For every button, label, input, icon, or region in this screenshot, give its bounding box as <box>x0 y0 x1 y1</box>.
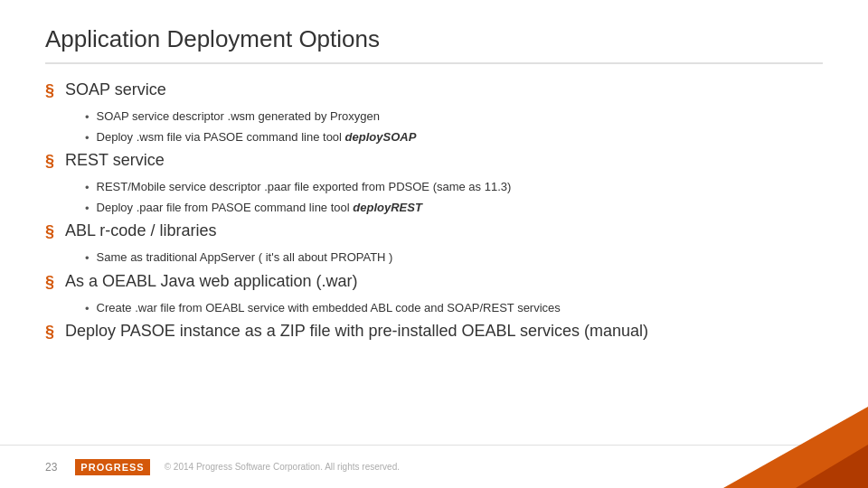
soap-sub-text-2: Deploy .wsm file via PASOE command line … <box>97 128 417 146</box>
rest-sub-bullet-2: • <box>85 202 90 215</box>
abl-sub-1: • Same as traditional AppServer ( it's a… <box>85 249 823 267</box>
section-abl: § ABL r-code / libraries <box>45 221 823 241</box>
section-deploy: § Deploy PASOE instance as a ZIP file wi… <box>45 322 823 342</box>
rest-sub-1: • REST/Mobile service descriptor .paar f… <box>85 178 823 196</box>
triangle-decoration-small <box>796 445 868 488</box>
soap-sub-bullet-1: • <box>85 110 90 124</box>
soap-sub-bullet-2: • <box>85 131 90 145</box>
rest-sub-bullet-1: • <box>85 181 90 194</box>
abl-sub-text-1: Same as traditional AppServer ( it's all… <box>97 249 393 267</box>
section-rest: § REST service <box>45 151 823 171</box>
rest-sub-text-2: Deploy .paar file from PASOE command lin… <box>97 199 422 217</box>
soap-sub-items: • SOAP service descriptor .wsm generated… <box>85 108 823 145</box>
rest-label: REST service <box>65 151 165 170</box>
oeabl-sub-1: • Create .war file from OEABL service wi… <box>85 299 823 317</box>
deploy-bullet: § <box>45 323 54 342</box>
soap-sub-text-1: SOAP service descriptor .wsm generated b… <box>97 108 380 126</box>
rest-sub-text-1: REST/Mobile service descriptor .paar fil… <box>97 178 512 196</box>
soap-sub-1: • SOAP service descriptor .wsm generated… <box>85 108 823 126</box>
abl-sub-items: • Same as traditional AppServer ( it's a… <box>85 249 823 267</box>
rest-bullet: § <box>45 152 54 171</box>
slide-container: Application Deployment Options § SOAP se… <box>0 0 868 488</box>
soap-bullet: § <box>45 81 54 100</box>
progress-logo-text: PROGRESS <box>75 459 149 475</box>
oeabl-bullet: § <box>45 273 54 292</box>
rest-sub-2: • Deploy .paar file from PASOE command l… <box>85 199 823 217</box>
content-area: § SOAP service • SOAP service descriptor… <box>45 80 823 342</box>
section-soap: § SOAP service <box>45 80 823 100</box>
abl-bullet: § <box>45 222 54 241</box>
deploy-label: Deploy PASOE instance as a ZIP file with… <box>65 322 648 341</box>
slide-title: Application Deployment Options <box>45 25 823 53</box>
footer-copyright: © 2014 Progress Software Corporation. Al… <box>165 462 400 472</box>
soap-deploy-tool: deploySOAP <box>345 130 417 144</box>
oeabl-label: As a OEABL Java web application (.war) <box>65 272 357 291</box>
abl-sub-bullet-1: • <box>85 251 90 265</box>
progress-logo: PROGRESS <box>75 459 155 475</box>
oeabl-sub-text-1: Create .war file from OEABL service with… <box>97 299 561 317</box>
rest-sub-items: • REST/Mobile service descriptor .paar f… <box>85 178 823 216</box>
title-divider <box>45 62 823 64</box>
rest-deploy-tool: deployREST <box>353 201 422 214</box>
oeabl-sub-bullet-1: • <box>85 302 90 315</box>
abl-label: ABL r-code / libraries <box>65 221 216 240</box>
soap-sub-2: • Deploy .wsm file via PASOE command lin… <box>85 128 823 146</box>
soap-label: SOAP service <box>65 80 166 99</box>
page-number: 23 <box>45 461 57 474</box>
section-oeabl: § As a OEABL Java web application (.war) <box>45 272 823 292</box>
oeabl-sub-items: • Create .war file from OEABL service wi… <box>85 299 823 317</box>
